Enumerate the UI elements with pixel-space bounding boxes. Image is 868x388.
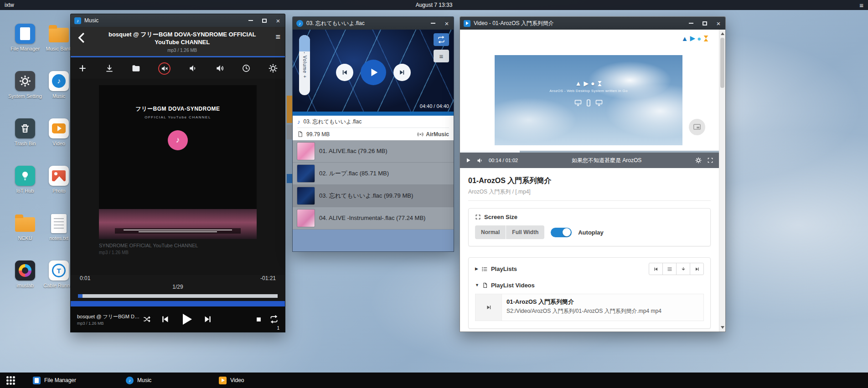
video-overlay-logo: ▲ ▶ ● bbox=[575, 80, 602, 87]
thumbnail-photo-strip bbox=[99, 209, 257, 239]
logo-hourglass-icon bbox=[703, 35, 709, 42]
back-button[interactable] bbox=[75, 31, 89, 45]
minimize-button[interactable] bbox=[684, 17, 698, 30]
arozos-logo: ▲ ▶ ● bbox=[682, 34, 709, 42]
taskbar-item-music[interactable]: ♪ Music bbox=[121, 373, 156, 388]
desktop-icon-file-manager[interactable]: File Manager bbox=[8, 24, 42, 71]
seek-bar[interactable] bbox=[293, 112, 454, 116]
minimize-button[interactable] bbox=[244, 14, 258, 27]
playlist-list-button[interactable] bbox=[662, 263, 677, 275]
maximize-button[interactable] bbox=[698, 17, 712, 30]
desktop-icon-iot-hub[interactable]: IoT Hub bbox=[8, 166, 42, 213]
repeat-button[interactable] bbox=[269, 315, 279, 324]
repeat-count-badge: 1 bbox=[277, 326, 279, 331]
volume-high-button[interactable] bbox=[215, 64, 224, 73]
taskbar-item-video[interactable]: Video bbox=[214, 373, 248, 388]
close-button[interactable]: × bbox=[712, 17, 725, 30]
video-app-icon bbox=[464, 20, 470, 27]
app-launcher-icon[interactable] bbox=[6, 376, 15, 385]
scrollbar-thumb[interactable] bbox=[720, 38, 724, 88]
video-frame[interactable]: ▲ ▶ ● ArozOS - Web Desktop System writte… bbox=[495, 55, 682, 145]
full-width-button[interactable]: Full Width bbox=[506, 225, 544, 239]
scroll-up-arrow[interactable] bbox=[719, 31, 725, 37]
picture-in-picture-button[interactable] bbox=[689, 119, 705, 135]
minimize-button[interactable] bbox=[426, 17, 440, 30]
fullscreen-button[interactable] bbox=[707, 157, 713, 163]
volume-low-button[interactable] bbox=[188, 64, 197, 73]
file-icon bbox=[482, 282, 488, 288]
autoplay-toggle[interactable] bbox=[551, 228, 572, 237]
caret-down-icon[interactable]: ▼ bbox=[475, 283, 479, 287]
list-icon bbox=[481, 266, 488, 272]
play-button[interactable] bbox=[361, 60, 386, 85]
broadcast-icon bbox=[417, 131, 424, 138]
video-app-icon bbox=[219, 377, 227, 384]
video-window-titlebar[interactable]: Video - 01-ArozOS 入門系列簡介 × bbox=[460, 17, 725, 30]
caret-right-icon[interactable]: ▶ bbox=[475, 267, 478, 271]
video-settings-icon[interactable] bbox=[695, 157, 702, 163]
music-app-icon: ♪ bbox=[74, 17, 81, 24]
volume-slider[interactable]: - Volume + bbox=[299, 35, 310, 95]
shuffle-button[interactable] bbox=[143, 315, 151, 323]
volume-icon[interactable] bbox=[476, 157, 483, 164]
playlist-item[interactable]: 01. ALIVE.flac (79.26 MB) bbox=[293, 140, 454, 163]
close-button[interactable]: × bbox=[440, 17, 454, 30]
play-button[interactable] bbox=[179, 312, 194, 327]
download-button[interactable] bbox=[105, 64, 114, 73]
stop-button[interactable] bbox=[255, 316, 262, 323]
background-window-fragment bbox=[287, 96, 292, 123]
desktop-icon-label: notes.txt bbox=[49, 235, 68, 241]
desktop: ixtw August 7 13:33 ≡ File Manager Music… bbox=[0, 0, 868, 388]
next-track-button[interactable] bbox=[203, 314, 213, 324]
desktop-icon-imuslab[interactable]: imuslab bbox=[8, 260, 42, 308]
playlist-toolbar bbox=[649, 263, 704, 275]
scrollbar[interactable] bbox=[719, 30, 725, 332]
desktop-icon-label: Music Bank bbox=[46, 46, 72, 52]
previous-track-button[interactable] bbox=[336, 64, 353, 81]
screen-size-icon bbox=[475, 214, 481, 220]
skip-start-button[interactable] bbox=[649, 263, 663, 275]
normal-size-button[interactable]: Normal bbox=[475, 225, 506, 239]
playlist-video-item[interactable]: 01-ArozOS 入門系列簡介 S2:/Video/ArozOS 入門系列/0… bbox=[475, 294, 704, 321]
seek-bar[interactable] bbox=[78, 294, 278, 298]
playlist-item-label: 03. 忘れてもいいよ.flac (99.79 MB) bbox=[319, 192, 413, 200]
playlist-item-label: 02. ループ.flac (85.71 MB) bbox=[319, 170, 389, 178]
desktop-icon-system-setting[interactable]: System Setting bbox=[8, 71, 42, 118]
menu-button[interactable]: ≡ bbox=[434, 50, 449, 62]
track-thumbnail bbox=[297, 143, 315, 160]
menu-icon[interactable]: ≡ bbox=[275, 33, 280, 41]
sleep-timer-button[interactable] bbox=[242, 64, 251, 73]
skip-end-button[interactable] bbox=[690, 263, 704, 275]
music-window-titlebar[interactable]: ♪ Music × bbox=[71, 14, 285, 27]
settings-button[interactable] bbox=[269, 64, 278, 73]
flac-window-titlebar[interactable]: ♪ 03. 忘れてもいいよ.flac × bbox=[293, 17, 454, 30]
playlist-item-selected[interactable]: 03. 忘れてもいいよ.flac (99.79 MB) bbox=[293, 185, 454, 207]
lightbulb-icon bbox=[15, 166, 35, 186]
previous-track-button[interactable] bbox=[160, 314, 170, 324]
playlist-item[interactable]: 04. ALIVE -Instrumental-.flac (77.24 MB) bbox=[293, 207, 454, 230]
track-thumbnail bbox=[297, 187, 315, 204]
download-button[interactable] bbox=[676, 263, 690, 275]
topbar-menu-icon[interactable]: ≡ bbox=[859, 2, 863, 9]
playlist-item[interactable]: 02. ループ.flac (85.71 MB) bbox=[293, 163, 454, 185]
scroll-down-arrow[interactable] bbox=[719, 324, 725, 331]
thumbnail-caption-band bbox=[115, 228, 241, 234]
phone-icon bbox=[586, 99, 591, 107]
photo-icon bbox=[49, 166, 69, 186]
time-row: 0:01 -01:21 bbox=[71, 275, 285, 281]
open-folder-button[interactable] bbox=[131, 64, 140, 73]
maximize-button[interactable] bbox=[258, 14, 271, 27]
music-header: bosquet @ フリーBGM DOVA-SYNDROME OFFICIAL … bbox=[71, 27, 285, 57]
video-app-body: ▲ ▶ ● ▲ ▶ ● ArozOS - Web Desktop System … bbox=[460, 30, 725, 332]
text-file-icon bbox=[51, 214, 67, 233]
background-window-fragment bbox=[287, 125, 292, 139]
add-track-button[interactable] bbox=[78, 64, 87, 73]
volume-mute-button[interactable] bbox=[158, 62, 170, 75]
desktop-icon-trash-bin[interactable]: Trash Bin bbox=[8, 118, 42, 166]
desktop-icon-ncku[interactable]: NCKU bbox=[8, 213, 42, 260]
taskbar-item-file-manager[interactable]: File Manager bbox=[28, 373, 81, 388]
next-track-button[interactable] bbox=[393, 64, 411, 81]
repeat-button[interactable] bbox=[434, 33, 449, 46]
close-button[interactable]: × bbox=[271, 14, 285, 27]
play-button[interactable] bbox=[465, 158, 471, 163]
